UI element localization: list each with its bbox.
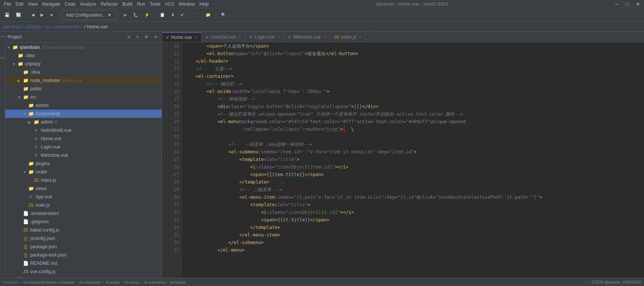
tree-item-router-index[interactable]: JS index.js xyxy=(5,176,162,184)
sidebar-locate-btn[interactable]: ⊙ xyxy=(125,34,133,40)
tree-item-idea2[interactable]: 📁 .idea xyxy=(5,68,162,76)
breadcrumb-item-5[interactable]: Home.vue xyxy=(87,24,108,29)
status-bc-template2[interactable]: template xyxy=(170,280,186,284)
tree-item-babelconfig[interactable]: JS babel.config.js xyxy=(5,226,162,234)
menu-code[interactable]: Code xyxy=(62,2,78,7)
fold-icon-25[interactable]: ▾ xyxy=(162,156,167,163)
tree-item-gitignore[interactable]: 📄 .gitignore xyxy=(5,218,162,226)
fold-icon-31[interactable]: ▾ xyxy=(162,201,167,209)
tree-item-packagelockjson[interactable]: {} package-lock.json xyxy=(5,251,162,259)
menu-run[interactable]: Run xyxy=(135,2,148,7)
tree-item-public[interactable]: 📁 public xyxy=(5,85,162,93)
tree-item-readme[interactable]: 📄 README.md xyxy=(5,259,162,267)
tab-close-userlist[interactable]: ✕ xyxy=(238,35,241,39)
tree-item-node-modules[interactable]: ▶ 📁 node_modules library root xyxy=(5,76,162,85)
status-bc-container1[interactable]: el-container.home-container xyxy=(23,280,75,284)
toolbar-git[interactable]: 📋 xyxy=(158,11,167,20)
breadcrumb-item-4[interactable]: components xyxy=(55,24,79,29)
menu-navigate[interactable]: Navigate xyxy=(40,2,62,7)
tree-item-welcomevue[interactable]: ✔ Welcome.vue xyxy=(5,151,162,159)
tab-welcomevue[interactable]: ✔ Welcome.vue ✕ xyxy=(284,32,330,42)
tree-item-admin[interactable]: ▶ 📁 admin 3 xyxy=(5,118,162,126)
breadcrumb-item-2[interactable]: urlplayy xyxy=(25,24,41,29)
tree-item-router[interactable]: ▼ 📁 router xyxy=(5,168,162,176)
tree-item-appvue[interactable]: ✔ App.vue xyxy=(5,193,162,201)
add-configuration-button[interactable]: Add Configuration... ▼ xyxy=(62,10,116,20)
fold-icon-14[interactable]: ▾ xyxy=(162,73,167,80)
toolbar-debug[interactable]: 🐛 xyxy=(131,11,141,20)
status-bc-template[interactable]: template xyxy=(3,280,19,284)
tree-item-mainjs[interactable]: JS main.js xyxy=(5,201,162,209)
fold-icon-16[interactable]: ▾ xyxy=(162,88,167,95)
status-bc-aside[interactable]: el-aside xyxy=(105,280,120,284)
tab-homevue[interactable]: ✔ Home.vue ✕ xyxy=(162,32,202,42)
tab-loginvue[interactable]: ✔ Login.vue ✕ xyxy=(246,32,284,42)
fold-icon-24[interactable]: ▾ xyxy=(162,148,167,156)
toolbar-recent[interactable]: ▼ xyxy=(47,11,56,20)
tree-item-homevue[interactable]: ✔ Home.vue xyxy=(5,134,162,143)
menu-analyze[interactable]: Analyze xyxy=(78,2,99,7)
toolbar-commit[interactable]: ✔ xyxy=(178,11,186,20)
toolbar-search[interactable]: 🔍 xyxy=(219,11,229,20)
menu-view[interactable]: View xyxy=(26,2,40,7)
tree-item-idea1[interactable]: 📁 .idea xyxy=(5,51,162,60)
menu-build[interactable]: Build xyxy=(120,2,135,7)
tree-item-packagejson[interactable]: {} package.json xyxy=(5,243,162,251)
tree-item-assets[interactable]: 📁 assets xyxy=(5,101,162,110)
tab-close-welcome[interactable]: ✕ xyxy=(323,35,326,39)
menu-vcs[interactable]: VCS xyxy=(163,2,177,7)
menu-file[interactable]: File xyxy=(2,2,13,7)
sidebar-settings-btn[interactable]: ⚙ xyxy=(142,34,150,40)
toolbar-sync[interactable]: 🔄 xyxy=(14,11,23,20)
fold-icon-20[interactable]: ▾ xyxy=(162,118,167,125)
tab-indexjs[interactable]: JS index.js ✕ xyxy=(330,32,366,42)
toolbar-save[interactable]: 💾 xyxy=(2,11,12,20)
status-bc-container2[interactable]: el-container xyxy=(79,280,101,284)
toolbar-back[interactable]: ◀ xyxy=(29,11,37,20)
toolbar-file-manager[interactable]: 📁 xyxy=(203,11,213,20)
tree-item-loginvue[interactable]: ✔ Login.vue xyxy=(5,143,162,151)
tab-userlistvue[interactable]: ✔ UserList.vue ✕ xyxy=(202,32,246,42)
tree-item-helloworld[interactable]: ✔ HelloWorld.vue xyxy=(5,126,162,134)
structure-panel-label[interactable]: Z xyxy=(0,57,5,59)
code-content[interactable]: <span>个人运动平台</span> <el-button type="inf… xyxy=(182,42,644,278)
status-bc-submenu[interactable]: el-submenu xyxy=(144,280,165,284)
tree-arrow: ▼ xyxy=(12,62,17,66)
sidebar-close-btn[interactable]: ✕ xyxy=(152,34,159,40)
toolbar-terminal[interactable]: ⬛ xyxy=(192,11,202,20)
toolbar-forward[interactable]: ▶ xyxy=(38,11,46,20)
fold-icon-12[interactable]: ▾ xyxy=(162,57,167,65)
code-line-24: <el-submenu :index="item.id+''" v-for="i… xyxy=(185,148,641,156)
menu-tools[interactable]: Tools xyxy=(148,2,163,7)
window-minimize[interactable]: ─ xyxy=(613,1,621,7)
gutter-cell xyxy=(162,209,167,216)
menu-refactor[interactable]: Refactor xyxy=(99,2,120,7)
tree-item-urlplayy-rar[interactable]: 📄 urlplayy.rar xyxy=(5,276,162,278)
status-bc-menu[interactable]: el-menu xyxy=(124,280,139,284)
toolbar-run-coverage[interactable]: ⚡ xyxy=(142,11,152,20)
tab-close-login[interactable]: ✕ xyxy=(277,35,280,39)
tab-close-homevue[interactable]: ✕ xyxy=(195,36,198,40)
project-panel-label[interactable]: 1 xyxy=(0,36,5,38)
tree-item-views[interactable]: 📁 views xyxy=(5,184,162,193)
toolbar-update[interactable]: ⬇ xyxy=(169,11,177,20)
breadcrumb-item-1[interactable]: qianduan xyxy=(3,24,22,29)
menu-help[interactable]: Help xyxy=(197,2,211,7)
breadcrumb-item-3[interactable]: src xyxy=(45,24,51,29)
tree-item-qianduan[interactable]: ▼ 📁 qianduan D:\javadcode\qianduan xyxy=(5,43,162,51)
menu-window[interactable]: Window xyxy=(176,2,197,7)
tree-item-browserslist[interactable]: 📄 .browserslistrc xyxy=(5,209,162,218)
tree-item-plugins[interactable]: 📁 plugins xyxy=(5,159,162,168)
tree-item-vueconfig[interactable]: JS vue.config.js xyxy=(5,267,162,276)
tree-item-jsconfig[interactable]: {} jsconfig.json xyxy=(5,234,162,243)
sidebar-expand-btn[interactable]: ≡ xyxy=(134,34,141,40)
fold-icon-30[interactable]: ▾ xyxy=(162,193,167,201)
toolbar-run[interactable]: ▶ xyxy=(122,11,129,20)
window-maximize[interactable]: □ xyxy=(624,1,631,7)
tree-item-src[interactable]: ▼ 📁 src xyxy=(5,93,162,101)
tree-item-urlplayy[interactable]: ▼ 📁 urlplayy xyxy=(5,60,162,68)
tree-item-components[interactable]: ▼ 📁 components xyxy=(5,110,162,118)
window-close[interactable]: ✕ xyxy=(633,1,642,7)
menu-edit[interactable]: Edit xyxy=(13,2,26,7)
tab-close-indexjs[interactable]: ✕ xyxy=(359,35,362,39)
